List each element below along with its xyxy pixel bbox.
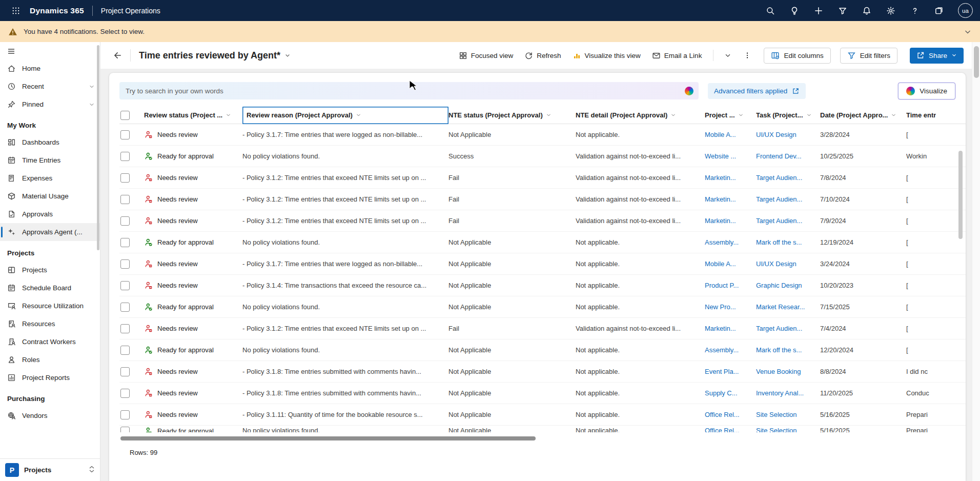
refresh-button[interactable]: Refresh: [520, 48, 565, 63]
sidebar-item-material-usage[interactable]: Material Usage: [0, 187, 100, 205]
row-checkbox[interactable]: [120, 367, 130, 376]
copilot-icon[interactable]: [685, 87, 693, 95]
sidebar-item-time-entries[interactable]: Time Entries: [0, 151, 100, 169]
hamburger-menu-icon[interactable]: [0, 42, 100, 59]
email-a-link-button[interactable]: Email a Link: [648, 48, 706, 63]
cell-task-link[interactable]: Venue Booking: [756, 368, 820, 375]
cell-task-link[interactable]: Market Resear...: [756, 303, 820, 311]
lightbulb-icon[interactable]: [789, 6, 800, 16]
cell-project-link[interactable]: Marketin...: [705, 174, 756, 182]
sidebar-item-schedule-board[interactable]: Schedule Board: [0, 279, 100, 297]
table-row[interactable]: Needs review- Policy 3.1.8: Time entries…: [119, 383, 966, 404]
cell-project-link[interactable]: Mobile A...: [705, 131, 756, 138]
table-row[interactable]: Needs review- Policy 3.1.11: Quantity of…: [119, 404, 966, 426]
row-checkbox[interactable]: [120, 216, 130, 226]
checkbox[interactable]: [120, 111, 130, 120]
cell-project-link[interactable]: Office Rel...: [705, 427, 756, 432]
user-avatar[interactable]: ua: [958, 3, 973, 18]
add-icon[interactable]: [813, 6, 824, 16]
sidebar-item-recent[interactable]: Recent: [0, 77, 100, 95]
share-button[interactable]: Share: [910, 48, 964, 64]
visualize-button[interactable]: Visualize: [898, 83, 955, 99]
table-row[interactable]: Needs review- Policy 3.1.2: Time entries…: [119, 189, 966, 210]
horizontal-scrollbar[interactable]: [120, 436, 536, 440]
cell-project-link[interactable]: Office Rel...: [705, 411, 756, 418]
cell-task-link[interactable]: Site Selection: [756, 427, 820, 432]
table-row[interactable]: Ready for approvalNo policy violations f…: [119, 146, 966, 167]
row-checkbox[interactable]: [120, 281, 130, 290]
bell-icon[interactable]: [862, 6, 872, 16]
row-checkbox[interactable]: [120, 427, 130, 432]
cell-task-link[interactable]: Target Audien...: [756, 217, 820, 225]
page-scrollbar[interactable]: [972, 42, 980, 481]
cell-project-link[interactable]: New Pro...: [705, 303, 756, 311]
row-checkbox[interactable]: [120, 173, 130, 183]
row-checkbox[interactable]: [120, 195, 130, 204]
column-header[interactable]: NTE detail (Project Approval): [576, 107, 705, 124]
cell-task-link[interactable]: Frontend Dev...: [756, 152, 820, 160]
more-commands-chevron-icon[interactable]: [721, 48, 735, 63]
cell-project-link[interactable]: Marketin...: [705, 325, 756, 332]
sidebar-item-dashboards[interactable]: Dashboards: [0, 133, 100, 151]
focused-view-button[interactable]: Focused view: [455, 48, 518, 63]
sidebar-item-approvals[interactable]: Approvals: [0, 205, 100, 223]
visualize-this-view-button[interactable]: Visualize this view: [568, 48, 645, 63]
view-selector[interactable]: Time entries reviewed by Agent*: [139, 50, 291, 61]
smart-search-box[interactable]: [119, 82, 699, 99]
sidebar-item-approvals-agent[interactable]: Approvals Agent (...: [0, 223, 100, 241]
sidebar-item-vendors[interactable]: Vendors: [0, 407, 100, 425]
row-checkbox[interactable]: [120, 410, 130, 419]
cell-project-link[interactable]: Product P...: [705, 282, 756, 289]
column-header[interactable]: Time entr: [906, 107, 966, 124]
column-header[interactable]: Project ...: [705, 107, 756, 124]
notification-bar[interactable]: You have 4 notifications. Select to view…: [0, 21, 980, 42]
cell-task-link[interactable]: Target Audien...: [756, 195, 820, 203]
filter-icon[interactable]: [838, 6, 848, 16]
column-header[interactable]: Review status (Project ...: [144, 107, 242, 124]
table-row[interactable]: Needs review- Policy 3.1.4: Time transac…: [119, 275, 966, 296]
cell-task-link[interactable]: Target Audien...: [756, 174, 820, 182]
table-row[interactable]: Ready for approvalNo policy violations f…: [119, 339, 966, 361]
area-switcher[interactable]: P Projects: [0, 458, 100, 481]
cell-project-link[interactable]: Marketin...: [705, 195, 756, 203]
notification-collapse-chevron-icon[interactable]: [964, 28, 972, 36]
feedback-icon[interactable]: [934, 6, 944, 16]
cell-project-link[interactable]: Marketin...: [705, 217, 756, 225]
cell-task-link[interactable]: UI/UX Design: [756, 131, 820, 138]
search-icon[interactable]: [765, 6, 775, 16]
table-row[interactable]: Needs review- Policy 3.1.2: Time entries…: [119, 167, 966, 189]
kebab-menu-icon[interactable]: [740, 48, 754, 63]
column-header[interactable]: NTE status (Project Approval): [448, 107, 576, 124]
sidebar-item-project-reports[interactable]: Project Reports: [0, 369, 100, 387]
row-checkbox[interactable]: [120, 346, 130, 355]
cell-project-link[interactable]: Website ...: [705, 152, 756, 160]
table-row[interactable]: Needs review- Policy 3.1.7: Time entries…: [119, 124, 966, 146]
select-all-checkbox[interactable]: [119, 107, 144, 124]
back-button[interactable]: [113, 51, 122, 60]
row-checkbox[interactable]: [120, 324, 130, 333]
table-row[interactable]: Needs review- Policy 3.1.8: Time entries…: [119, 361, 966, 383]
cell-task-link[interactable]: Inventory Anal...: [756, 389, 820, 397]
sidebar-item-home[interactable]: Home: [0, 59, 100, 77]
row-checkbox[interactable]: [120, 259, 130, 269]
row-checkbox[interactable]: [120, 238, 130, 247]
table-row[interactable]: Needs review- Policy 3.1.2: Time entries…: [119, 318, 966, 339]
sidebar-item-pinned[interactable]: Pinned: [0, 95, 100, 113]
advanced-filters-chip[interactable]: Advanced filters applied: [708, 83, 806, 99]
cell-project-link[interactable]: Supply C...: [705, 389, 756, 397]
row-checkbox[interactable]: [120, 389, 130, 398]
sidebar-item-roles[interactable]: Roles: [0, 351, 100, 369]
cell-task-link[interactable]: Mark off the s...: [756, 346, 820, 354]
help-icon[interactable]: [910, 6, 920, 16]
table-row[interactable]: Ready for approvalNo policy violations f…: [119, 296, 966, 318]
settings-icon[interactable]: [886, 6, 896, 16]
column-header[interactable]: Task (Project...: [756, 107, 820, 124]
cell-project-link[interactable]: Event Pla...: [705, 368, 756, 375]
table-vertical-scrollbar[interactable]: [958, 151, 963, 239]
page-scrollbar-thumb[interactable]: [974, 46, 979, 78]
sidebar-item-contract-workers[interactable]: Contract Workers: [0, 333, 100, 351]
cell-task-link[interactable]: Mark off the s...: [756, 238, 820, 246]
table-row[interactable]: Ready for approvalNo policy violations f…: [119, 426, 966, 432]
cell-project-link[interactable]: Assembly...: [705, 238, 756, 246]
search-input[interactable]: [126, 87, 685, 95]
